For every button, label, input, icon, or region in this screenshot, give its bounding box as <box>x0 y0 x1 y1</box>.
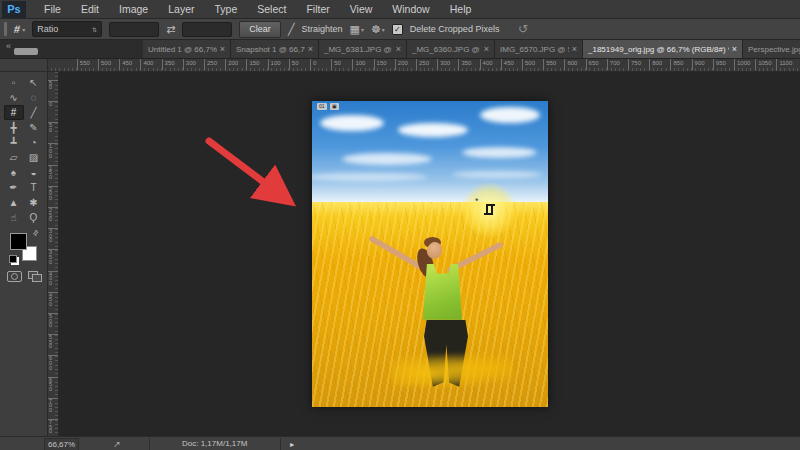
tools-panel-grabber[interactable] <box>14 48 38 55</box>
ruler-label: 3 5 0 <box>48 249 58 264</box>
tab-label: Untitled 1 @ 66,7% (R… <box>148 45 217 54</box>
eraser-tool[interactable]: ▱ <box>4 150 24 165</box>
ruler-label: 850 <box>670 59 683 70</box>
menu-image[interactable]: Image <box>109 0 158 18</box>
menu-window[interactable]: Window <box>382 0 439 18</box>
close-icon[interactable]: × <box>220 44 225 54</box>
overlay-options-button[interactable]: ▦ ▾ <box>350 23 364 36</box>
spinner-icon: ⇅ <box>92 26 97 33</box>
ruler-label: 6 5 0 <box>48 377 58 392</box>
close-icon[interactable]: × <box>484 44 489 54</box>
menu-view[interactable]: View <box>340 0 383 18</box>
chevron-down-icon: ▾ <box>361 26 364 33</box>
pen-tool[interactable]: ✒ <box>4 180 24 195</box>
menu-bar: Ps FileEditImageLayerTypeSelectFilterVie… <box>0 0 800 19</box>
dodge-tool[interactable]: ◒ <box>24 165 44 180</box>
reset-icon[interactable]: ↺ <box>518 22 528 36</box>
menu-layer[interactable]: Layer <box>158 0 204 18</box>
document-tab[interactable]: _MG_6360.JPG @ 66,7…× <box>407 40 495 58</box>
menu-file[interactable]: File <box>34 0 71 18</box>
gear-icon: ☸ <box>371 23 381 36</box>
color-swatches: ⇄ <box>9 231 39 263</box>
tab-label: _MG_6381.JPG @ 66,7… <box>324 45 393 54</box>
history-brush-tool[interactable]: ◔ <box>24 135 44 150</box>
clone-stamp-tool[interactable]: ┻ <box>4 135 24 150</box>
document-tab[interactable]: Perspective.jpg @ 50%…× <box>743 40 800 58</box>
spot-healing-brush-tool[interactable]: ╋ <box>4 120 24 135</box>
grid-overlay-icon: ▦ <box>350 23 360 36</box>
type-tool[interactable]: T <box>24 180 44 195</box>
blur-tool[interactable]: ♠ <box>4 165 24 180</box>
ruler-label: 2 0 0 <box>48 186 58 201</box>
close-icon[interactable]: × <box>732 44 737 54</box>
ruler-label: 550 <box>77 59 90 70</box>
document-size-info[interactable]: Doc: 1,17M/1,17M <box>149 438 281 450</box>
menu-type[interactable]: Type <box>204 0 247 18</box>
path-selection-tool[interactable]: ▲ <box>4 195 24 210</box>
swap-colors-icon[interactable]: ⇄ <box>31 228 41 238</box>
document-tab-active[interactable]: _1851949_orig.jpg @ 66,7% (RGB/8#) *× <box>583 40 743 58</box>
vertical-ruler[interactable]: 5 005 01 0 01 5 02 0 02 5 03 0 03 5 04 0… <box>48 72 59 436</box>
crop-cursor-icon <box>484 204 495 215</box>
crop-tool[interactable]: # <box>4 105 24 120</box>
eyedropper-tool[interactable]: ╱ <box>24 105 44 120</box>
default-colors-icon[interactable] <box>9 255 17 263</box>
ruler-label: 950 <box>713 59 726 70</box>
collapse-docks-icon[interactable]: « <box>6 41 11 51</box>
export-icon[interactable]: ↗ <box>113 439 121 449</box>
aspect-ratio-value: Ratio <box>37 24 58 34</box>
menu-edit[interactable]: Edit <box>71 0 109 18</box>
quick-mask-icon <box>11 273 18 280</box>
close-icon[interactable]: × <box>308 44 313 54</box>
aspect-ratio-select[interactable]: Ratio ⇅ <box>32 21 102 37</box>
gradient-tool[interactable]: ▨ <box>24 150 44 165</box>
canvas-area[interactable]: * 01 ▣ <box>59 72 800 436</box>
custom-shape-tool[interactable]: ✱ <box>24 195 44 210</box>
tools-panel: ▫↖∿◌#╱╋✎┻◔▱▨♠◒✒T▲✱☝Ϙ ⇄ <box>0 72 48 436</box>
swap-dimensions-icon[interactable]: ⇄ <box>166 23 175 36</box>
document-canvas[interactable]: * 01 ▣ <box>312 101 548 407</box>
hand-tool[interactable]: ☝ <box>4 210 24 225</box>
ruler-label: 400 <box>140 59 153 70</box>
document-tab[interactable]: IMG_6570.JPG @ 50% …× <box>495 40 583 58</box>
brush-tool[interactable]: ✎ <box>24 120 44 135</box>
clear-button[interactable]: Clear <box>239 21 281 38</box>
crop-height-input[interactable] <box>182 22 232 37</box>
zoom-level-field[interactable]: 66,67% <box>44 438 79 450</box>
crop-width-input[interactable] <box>109 22 159 37</box>
delete-cropped-pixels-label[interactable]: Delete Cropped Pixels <box>410 24 500 34</box>
menu-help[interactable]: Help <box>440 0 482 18</box>
document-tab[interactable]: Snapshot 1 @ 66,7% (…× <box>231 40 319 58</box>
straighten-icon[interactable]: ╱ <box>288 23 295 36</box>
close-icon[interactable]: × <box>396 44 401 54</box>
crop-tool-preset[interactable]: # ▾ <box>14 23 25 35</box>
move-tool[interactable]: ↖ <box>24 75 44 90</box>
rectangular-marquee-tool[interactable]: ▫ <box>4 75 24 90</box>
status-bar: 66,67% ↗ Doc: 1,17M/1,17M ► <box>0 436 800 450</box>
crop-settings-button[interactable]: ☸ ▾ <box>371 23 385 36</box>
document-tab[interactable]: _MG_6381.JPG @ 66,7…× <box>319 40 407 58</box>
horizontal-ruler[interactable]: 5505004504003503002502001501005005010015… <box>0 59 800 72</box>
document-tab[interactable]: Untitled 1 @ 66,7% (R…× <box>143 40 231 58</box>
ruler-label: 100 <box>352 59 365 70</box>
delete-cropped-pixels-checkbox[interactable]: ✓ <box>392 24 403 35</box>
quick-mask-button[interactable] <box>7 271 22 282</box>
menu-filter[interactable]: Filter <box>296 0 339 18</box>
lasso-tool[interactable]: ∿ <box>4 90 24 105</box>
ruler-label: 2 5 0 <box>48 207 58 222</box>
quick-selection-tool[interactable]: ◌ <box>24 90 44 105</box>
ruler-label: 4 5 0 <box>48 292 58 307</box>
ruler-label: 350 <box>162 59 175 70</box>
close-icon[interactable]: × <box>572 44 577 54</box>
menu-select[interactable]: Select <box>247 0 296 18</box>
screen-mode-button[interactable] <box>28 271 41 280</box>
options-bar-grabber[interactable] <box>4 22 7 36</box>
canvas-badge: 01 <box>317 103 327 110</box>
zoom-tool[interactable]: Ϙ <box>24 210 44 225</box>
ruler-label: 100 <box>268 59 281 70</box>
ruler-label: 150 <box>246 59 259 70</box>
document-tab-bar: « Untitled 1 @ 66,7% (R…×Snapshot 1 @ 66… <box>0 40 800 59</box>
straighten-label[interactable]: Straighten <box>302 24 343 34</box>
foreground-color-swatch[interactable] <box>10 233 27 250</box>
status-expand-arrow[interactable]: ► <box>289 441 296 448</box>
